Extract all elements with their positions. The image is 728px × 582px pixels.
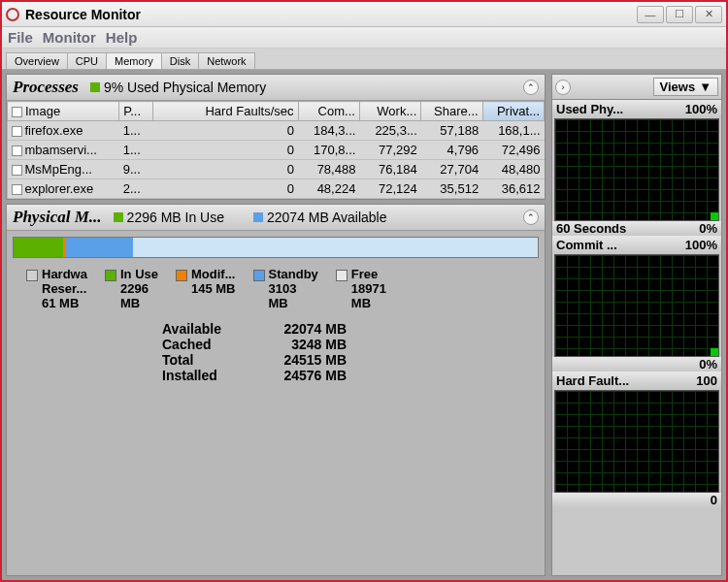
graph1-top: 100% [685, 102, 717, 116]
table-row[interactable]: mbamservi...1...0170,8...77,2924,79672,4… [8, 141, 545, 160]
graph-hard-faults [554, 390, 719, 493]
swatch-modified-icon [176, 270, 187, 281]
inuse-icon [114, 212, 123, 222]
menu-bar: File Monitor Help [2, 27, 726, 48]
tab-disk[interactable]: Disk [161, 52, 199, 69]
graph-used-physical [554, 118, 719, 221]
col-working[interactable]: Work... [359, 102, 420, 121]
graph1-br: 0% [699, 221, 717, 236]
graph1-title: Used Phy... [556, 102, 623, 116]
col-hardfaults[interactable]: Hard Faults/sec [152, 102, 298, 121]
tab-bar: Overview CPU Memory Disk Network [2, 48, 726, 70]
titlebar: Resource Monitor — ☐ ✕ [2, 2, 726, 27]
select-all-checkbox[interactable] [12, 107, 22, 117]
table-row[interactable]: explorer.exe2...048,22472,12435,51236,61… [8, 179, 545, 199]
graph3-br: 0 [711, 493, 717, 507]
swatch-hardware-icon [26, 270, 38, 281]
tab-memory[interactable]: Memory [106, 52, 162, 69]
physical-memory-panel: Physical M... 2296 MB In Use 22074 MB Av… [6, 204, 546, 576]
col-image[interactable]: Image [8, 102, 119, 121]
chevron-down-icon: ▼ [699, 80, 711, 94]
table-row[interactable]: MsMpEng...9...078,48876,18427,70448,480 [8, 160, 545, 179]
swatch-free-icon [336, 270, 347, 281]
graph2-top: 100% [685, 238, 717, 252]
graphs-header: › Views▼ [551, 74, 722, 100]
menu-monitor[interactable]: Monitor [43, 29, 96, 46]
collapse-physical-icon[interactable]: ⌃ [523, 210, 539, 225]
tab-overview[interactable]: Overview [6, 52, 68, 69]
window-title: Resource Monitor [25, 7, 141, 22]
swatch-standby-icon [253, 270, 265, 281]
inuse-hdr: 2296 MB In Use [127, 210, 224, 225]
processes-panel: Processes 9% Used Physical Memory ⌃ Imag… [6, 74, 546, 200]
row-checkbox[interactable] [12, 184, 22, 195]
expand-graphs-icon[interactable]: › [555, 80, 571, 95]
row-checkbox[interactable] [12, 165, 22, 176]
views-dropdown[interactable]: Views▼ [653, 78, 719, 96]
col-shareable[interactable]: Share... [421, 102, 482, 121]
graph3-top: 100 [696, 373, 717, 388]
col-private[interactable]: Privat... [482, 102, 544, 121]
graph3-title: Hard Fault... [556, 373, 629, 388]
maximize-button[interactable]: ☐ [666, 6, 693, 23]
physical-title: Physical M... [13, 208, 102, 227]
processes-title: Processes [13, 78, 79, 97]
graph-commit [554, 254, 719, 357]
collapse-processes-icon[interactable]: ⌃ [523, 80, 539, 95]
minimize-button[interactable]: — [637, 6, 664, 23]
close-button[interactable]: ✕ [695, 6, 722, 23]
row-checkbox[interactable] [12, 146, 22, 156]
col-pid[interactable]: P... [119, 102, 153, 121]
app-icon [6, 8, 19, 21]
row-checkbox[interactable] [12, 126, 22, 137]
processes-table: Image P... Hard Faults/sec Com... Work..… [7, 101, 545, 199]
table-row[interactable]: firefox.exe1...0184,3...225,3...57,18816… [8, 121, 545, 141]
menu-help[interactable]: Help [106, 29, 138, 46]
graph1-bl: 60 Seconds [556, 221, 626, 236]
graph2-title: Commit ... [556, 238, 617, 252]
tab-cpu[interactable]: CPU [67, 52, 107, 69]
col-commit[interactable]: Com... [298, 102, 359, 121]
avail-icon [253, 212, 263, 222]
memory-usage-icon [90, 82, 100, 92]
menu-file[interactable]: File [8, 29, 33, 46]
memory-stats: Available22074 MB Cached3248 MB Total245… [7, 315, 545, 389]
tab-network[interactable]: Network [198, 52, 254, 69]
avail-hdr: 22074 MB Available [267, 210, 387, 225]
memory-legend: HardwaReser...61 MB In Use2296MB Modif..… [7, 264, 545, 315]
swatch-inuse-icon [105, 270, 116, 281]
memory-usage-pct: 9% Used Physical Memory [104, 80, 266, 95]
graph2-br: 0% [699, 357, 717, 372]
memory-bar [13, 237, 539, 258]
